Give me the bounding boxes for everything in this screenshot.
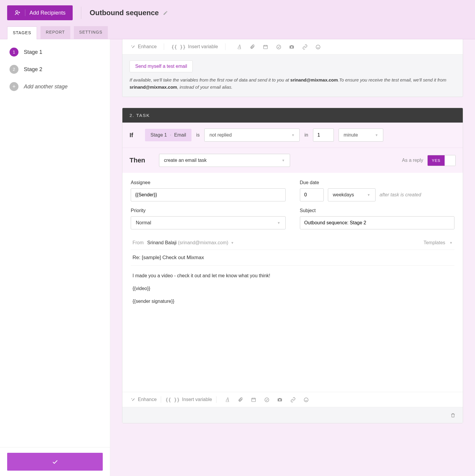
calendar-icon[interactable]	[250, 397, 257, 403]
if-label: If	[130, 132, 133, 139]
add-recipients-button[interactable]: Add Recipients	[7, 5, 73, 20]
tab-report[interactable]: REPORT	[41, 26, 70, 39]
chevron-down-icon: ▼	[375, 133, 378, 137]
braces-icon: {{ }}	[171, 44, 186, 50]
pencil-icon	[163, 10, 168, 15]
sidebar-item-stage-1[interactable]: 1 Stage 1	[10, 48, 100, 57]
enhance-button-2[interactable]: Enhance	[131, 397, 157, 402]
insert-variable-button[interactable]: {{ }} Insert variable	[171, 44, 218, 50]
as-reply-toggle[interactable]: YES	[427, 155, 456, 166]
svg-point-4	[316, 45, 320, 49]
sidebar-item-stage-2[interactable]: 2 Stage 2	[10, 65, 100, 74]
chevron-down-icon: ▼	[367, 193, 370, 197]
send-test-email-button[interactable]: Send myself a test email	[130, 60, 193, 72]
task-header: 2. TASK	[122, 108, 463, 123]
chevron-down-icon: ▼	[277, 221, 281, 225]
svg-point-3	[291, 46, 293, 48]
link-icon[interactable]	[302, 44, 308, 50]
stage-label: Stage 2	[24, 66, 42, 73]
edit-title-button[interactable]	[163, 10, 168, 15]
tab-stages[interactable]: STAGES	[7, 26, 37, 39]
emoji-icon[interactable]	[303, 397, 309, 403]
stage-label: Stage 1	[24, 49, 42, 55]
svg-point-7	[279, 399, 281, 401]
link-icon[interactable]	[290, 397, 296, 403]
braces-icon: {{ }}	[165, 397, 180, 403]
sidebar-item-add-stage[interactable]: + Add another stage	[10, 82, 100, 91]
assignee-label: Assignee	[131, 180, 286, 185]
svg-rect-5	[252, 398, 256, 402]
plus-icon: +	[10, 82, 18, 91]
svg-rect-1	[264, 46, 267, 49]
action-select[interactable]: create an email task ▼	[159, 154, 290, 167]
due-unit-select[interactable]: weekdays ▼	[328, 188, 376, 201]
is-label: is	[196, 132, 200, 138]
camera-icon[interactable]	[289, 44, 295, 50]
add-stage-label: Add another stage	[24, 84, 68, 90]
confirm-button[interactable]	[7, 453, 103, 471]
subject-label: Subject	[300, 208, 455, 213]
user-plus-icon	[14, 10, 21, 16]
stage-number-badge: 1	[10, 48, 18, 57]
emoji-icon[interactable]	[315, 44, 321, 50]
check-circle-icon[interactable]	[264, 397, 270, 403]
test-email-note: If available, we'll take the variables f…	[130, 76, 456, 91]
in-label: in	[304, 132, 308, 138]
templates-dropdown[interactable]: Templates ▼	[423, 240, 453, 245]
then-label: Then	[130, 156, 145, 164]
calendar-icon[interactable]	[262, 44, 269, 50]
page-title: Outbound sequence	[90, 9, 159, 17]
chevron-down-icon: ▼	[449, 241, 453, 245]
due-date-label: Due date	[300, 180, 455, 185]
attachment-icon[interactable]	[237, 397, 244, 403]
trash-icon	[450, 413, 456, 418]
subject-input[interactable]	[300, 216, 455, 229]
due-value-input[interactable]	[300, 188, 324, 201]
check-icon	[52, 459, 58, 465]
wand-icon	[131, 397, 136, 402]
priority-select[interactable]: Normal ▼	[131, 216, 286, 229]
delay-unit-select[interactable]: minute ▼	[339, 129, 383, 142]
delete-task-button[interactable]	[450, 412, 456, 418]
delay-value-input[interactable]	[313, 129, 334, 142]
enhance-button[interactable]: Enhance	[131, 44, 157, 49]
from-label: From	[133, 240, 144, 245]
add-recipients-label: Add Recipients	[29, 10, 66, 16]
svg-point-0	[16, 11, 18, 13]
chevron-down-icon: ▼	[292, 133, 295, 137]
tab-settings[interactable]: SETTINGS	[74, 26, 108, 39]
stage-email-pill[interactable]: Stage 1 · Email	[145, 129, 191, 141]
priority-label: Priority	[131, 208, 286, 213]
stage-number-badge: 2	[10, 65, 18, 74]
camera-icon[interactable]	[277, 397, 283, 403]
text-format-icon[interactable]: A	[224, 397, 231, 403]
from-email: (srinand@mixmax.com)	[178, 240, 228, 245]
svg-point-2	[277, 45, 281, 49]
svg-point-6	[265, 398, 269, 402]
insert-variable-button-2[interactable]: {{ }} Insert variable	[165, 397, 212, 403]
attachment-icon[interactable]	[249, 44, 256, 50]
from-dropdown[interactable]: ▼	[231, 241, 234, 245]
text-format-icon[interactable]: A	[236, 44, 243, 50]
condition-select[interactable]: not replied ▼	[204, 129, 300, 142]
svg-point-8	[304, 398, 308, 402]
due-hint: after task is created	[380, 192, 421, 198]
assignee-input[interactable]	[131, 188, 286, 201]
email-subject-field[interactable]: Re: [sample] Check out Mixmax	[131, 250, 454, 266]
as-reply-label: As a reply	[402, 158, 423, 163]
wand-icon	[131, 44, 136, 49]
chevron-down-icon: ▼	[282, 159, 285, 162]
check-circle-icon[interactable]	[275, 44, 282, 50]
email-body-editor[interactable]: I made you a video - check it out and le…	[131, 266, 454, 385]
from-name: Srinand Balaji	[147, 240, 177, 245]
